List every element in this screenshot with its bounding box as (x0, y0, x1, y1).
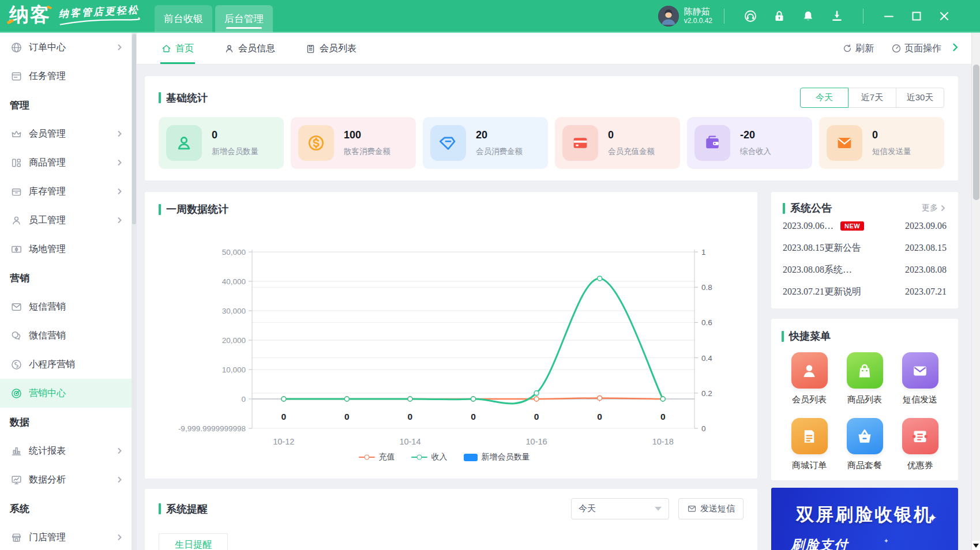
sidebar-item-data-analysis[interactable]: 数据分析 (0, 465, 132, 494)
tab-member-info[interactable]: 会员信息 (224, 33, 275, 64)
announcement-item[interactable]: 2023.08.15更新公告 2023.08.15 (783, 237, 947, 259)
sms-send-icon (902, 352, 938, 389)
nav-tab-front-pos[interactable]: 前台收银 (155, 5, 212, 32)
quick-goods-combo[interactable]: 商品套餐 (847, 418, 883, 471)
avatar[interactable] (658, 6, 679, 27)
page-operations-button[interactable]: 页面操作 (891, 43, 941, 55)
sidebar-item-task-management[interactable]: 任务管理 (0, 62, 132, 91)
tasks-icon (10, 70, 22, 82)
sidebar-scrollbar[interactable] (132, 33, 137, 550)
staff-icon (10, 214, 22, 227)
stat-label: 短信发送量 (872, 146, 911, 157)
close-button[interactable] (938, 10, 951, 22)
announcement-item[interactable]: 2023.09.06… NEW 2023.09.06 (783, 215, 947, 237)
section-title: 一周数据统计 (166, 202, 228, 216)
sidebar-item-miniapp-marketing[interactable]: 小程序营销 (0, 350, 132, 379)
announcement-date: 2023.09.06 (905, 221, 947, 231)
quick-sms-send[interactable]: 短信发送 (902, 352, 938, 405)
target-icon (10, 387, 22, 400)
svg-text:0: 0 (597, 412, 602, 421)
quick-label: 优惠券 (907, 460, 933, 471)
tab-label: 会员信息 (238, 43, 275, 55)
chevron-right-icon (115, 447, 123, 455)
legend-item-收入[interactable]: 收入 (411, 452, 448, 462)
sidebar-item-statistics-report[interactable]: 统计报表 (0, 436, 132, 465)
quick-member-list[interactable]: 会员列表 (791, 352, 828, 405)
scrollbar-thumb[interactable] (973, 65, 979, 200)
range-7days-button[interactable]: 近7天 (848, 88, 896, 108)
sidebar-item-label: 短信营销 (29, 301, 66, 313)
more-link[interactable]: 更多 (922, 203, 947, 213)
announcement-item[interactable]: 2023.08.08系统… 2023.08.08 (783, 259, 947, 281)
caret-down-icon (655, 507, 662, 511)
goods-icon (10, 157, 22, 169)
bell-icon[interactable] (801, 9, 815, 23)
scrollbar-down-button[interactable] (972, 541, 980, 550)
birthday-reminder-tab[interactable]: 生日提醒 (159, 533, 228, 550)
minimize-button[interactable] (883, 10, 895, 22)
quick-coupon[interactable]: 优惠券 (902, 418, 938, 471)
quick-mall-order[interactable]: 商城订单 (791, 418, 828, 471)
sidebar-item-label: 小程序营销 (29, 359, 75, 371)
globe-icon (10, 42, 22, 54)
user-icon (224, 43, 235, 54)
expand-chevron-icon[interactable] (951, 43, 960, 54)
sidebar-item-marketing-center[interactable]: 营销中心 (0, 379, 132, 408)
legend-item-充值[interactable]: 充值 (359, 452, 395, 462)
tab-home[interactable]: 首页 (161, 33, 194, 64)
legend-bar-marker (464, 454, 478, 461)
reminder-filter-select[interactable]: 今天 (571, 498, 669, 519)
announcement-item[interactable]: 2023.07.21更新说明 2023.07.21 (783, 281, 947, 303)
quick-menu-panel: 快捷菜单 会员列表 (771, 319, 958, 480)
svg-text:0.4: 0.4 (701, 354, 712, 363)
announcement-title: 2023.08.08系统… (783, 264, 852, 276)
support-icon[interactable] (744, 9, 757, 23)
legend-item-新增会员数量[interactable]: 新增会员数量 (464, 452, 530, 462)
coin-icon (298, 125, 334, 161)
week-chart: 10.80.60.40.2050,00040,00030,00020,00010… (145, 217, 730, 451)
lock-icon[interactable] (772, 9, 786, 23)
announcement-title: 2023.09.06… (783, 221, 833, 231)
sidebar-item-venue-management[interactable]: 场地管理 (0, 235, 132, 263)
stat-card-new-members: 0新增会员数量 (159, 117, 284, 169)
svg-text:0: 0 (408, 412, 413, 421)
window-scrollbar[interactable] (971, 33, 980, 550)
sidebar-section-management: 管理 (0, 91, 132, 119)
range-30days-button[interactable]: 近30天 (896, 88, 944, 108)
svg-text:0: 0 (471, 412, 476, 421)
sidebar-item-wechat-marketing[interactable]: 微信营销 (0, 321, 132, 350)
new-badge: NEW (840, 221, 864, 231)
announcement-date: 2023.08.15 (905, 243, 947, 253)
page-tabbar: 首页 会员信息 会员列表 刷新 页面操作 (137, 33, 971, 65)
ad-banner[interactable]: 双屏刷脸收银机 刷脸支付 ✦ ✦ (771, 488, 958, 550)
refresh-icon (842, 43, 853, 54)
clipboard-icon (305, 43, 316, 54)
sidebar-item-goods-management[interactable]: 商品管理 (0, 148, 132, 177)
refresh-button[interactable]: 刷新 (842, 43, 874, 55)
app-window: 纳客 纳客管店更轻松 前台收银 后台管理 陈静茹 v2.0.0.42 (0, 0, 980, 550)
send-sms-button[interactable]: 发送短信 (678, 498, 744, 519)
sidebar-item-label: 任务管理 (29, 70, 66, 82)
sidebar-item-label: 库存管理 (29, 186, 66, 198)
sidebar-item-inventory-management[interactable]: 库存管理 (0, 177, 132, 206)
sidebar-item-store-management[interactable]: 门店管理 (0, 523, 132, 550)
analysis-icon (10, 474, 22, 486)
sidebar-item-member-management[interactable]: 会员管理 (0, 119, 132, 148)
sidebar-item-sms-marketing[interactable]: 短信营销 (0, 292, 132, 321)
nav-tab-back-admin[interactable]: 后台管理 (215, 5, 273, 32)
sidebar-item-order-center[interactable]: 订单中心 (0, 33, 132, 62)
maximize-button[interactable] (910, 10, 923, 22)
tab-member-list[interactable]: 会员列表 (305, 33, 356, 64)
sidebar-scrollbar-thumb[interactable] (132, 34, 136, 224)
gauge-icon (891, 43, 902, 54)
range-today-button[interactable]: 今天 (800, 88, 848, 108)
svg-text:10-16: 10-16 (526, 437, 547, 446)
download-icon[interactable] (830, 9, 844, 23)
home-icon (161, 43, 172, 54)
sidebar-item-staff-management[interactable]: 员工管理 (0, 206, 132, 235)
user-info: 陈静茹 v2.0.0.42 (684, 6, 712, 26)
quick-goods-list[interactable]: 商品列表 (847, 352, 883, 405)
divider (863, 9, 863, 24)
stat-label: 会员消费金额 (476, 146, 523, 157)
wechat-icon (10, 330, 22, 342)
